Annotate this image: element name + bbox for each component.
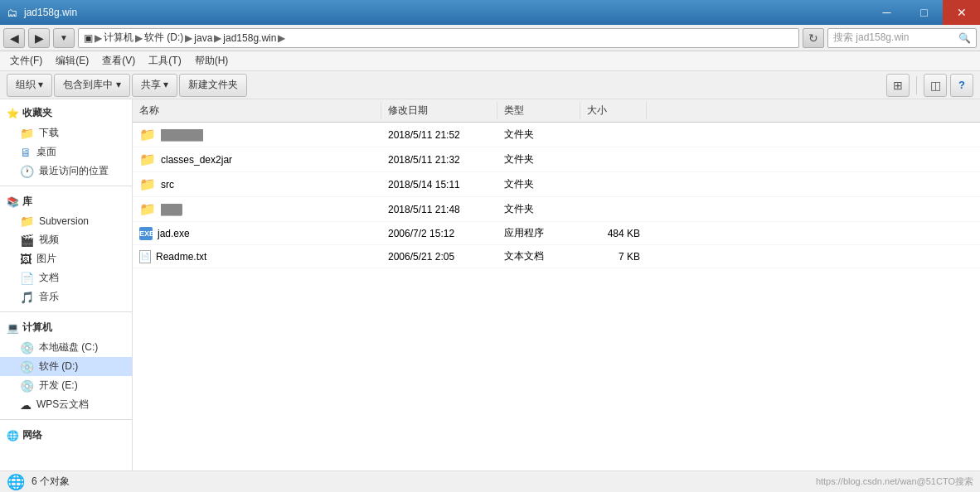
minimize-button[interactable]: ─ — [868, 0, 905, 25]
sidebar-item-download[interactable]: 📁 下载 — [0, 123, 132, 142]
library-section: 📚 库 📁 Subversion 🎬 视频 🖼 图片 📄 文档 🎵 音乐 — [0, 188, 132, 310]
share-button[interactable]: 共享 ▾ — [132, 74, 177, 97]
toolbar: 组织 ▾ 包含到库中 ▾ 共享 ▾ 新建文件夹 ⊞ ◫ ? — [0, 71, 980, 99]
sidebar-item-documents[interactable]: 📄 文档 — [0, 268, 132, 287]
menu-edit[interactable]: 编辑(E) — [49, 52, 95, 70]
sidebar-item-wps-cloud[interactable]: ☁ WPS云文档 — [0, 395, 132, 414]
col-header-type[interactable]: 类型 — [497, 102, 580, 119]
search-box[interactable]: 搜索 jad158g.win 🔍 — [827, 28, 977, 48]
file-type: 应用程序 — [497, 224, 580, 242]
table-row[interactable]: 📁 ███ 2018/5/11 21:48 文件夹 — [133, 197, 980, 222]
sidebar-item-c-drive-label: 本地磁盘 (C:) — [39, 340, 98, 355]
file-size — [580, 208, 647, 211]
file-size: 7 KB — [580, 249, 647, 264]
folder-icon: 📁 — [139, 127, 156, 142]
file-date: 2018/5/11 21:52 — [381, 128, 497, 142]
forward-button[interactable]: ▶ — [28, 28, 50, 48]
sidebar-item-d-drive[interactable]: 💿 软件 (D:) — [0, 357, 132, 376]
network-label: 网络 — [22, 428, 42, 442]
file-date: 2006/5/21 2:05 — [381, 249, 497, 264]
sidebar-item-subversion[interactable]: 📁 Subversion — [0, 212, 132, 230]
maximize-button[interactable]: □ — [905, 0, 943, 25]
file-size — [580, 133, 647, 137]
file-name: classes_dex2jar — [161, 154, 232, 166]
folder-icon: 📁 — [139, 201, 156, 217]
network-header[interactable]: 🌐 网络 — [0, 425, 132, 446]
cloud-icon: ☁ — [20, 398, 32, 412]
d-drive-icon: 💿 — [20, 360, 34, 374]
col-header-date[interactable]: 修改日期 — [381, 102, 497, 119]
pictures-icon: 🖼 — [20, 253, 32, 266]
favorites-header[interactable]: ⭐ 收藏夹 — [0, 103, 132, 123]
menu-file[interactable]: 文件(F) — [3, 52, 49, 70]
help-button[interactable]: ? — [950, 74, 973, 97]
table-row[interactable]: 📁 src 2018/5/14 15:11 文件夹 — [133, 172, 980, 197]
sidebar-item-pictures[interactable]: 🖼 图片 — [0, 249, 132, 268]
back-button[interactable]: ◀ — [3, 28, 25, 48]
library-header[interactable]: 📚 库 — [0, 191, 132, 212]
address-path[interactable]: ▣ ▶ 计算机 ▶ 软件 (D:) ▶ java ▶ jad158g.win ▶ — [78, 28, 799, 48]
computer-label: 计算机 — [22, 321, 52, 335]
network-section: 🌐 网络 — [0, 422, 132, 449]
table-row[interactable]: EXE jad.exe 2006/7/2 15:12 应用程序 484 KB — [133, 222, 980, 245]
organize-button[interactable]: 组织 ▾ — [7, 74, 52, 97]
breadcrumb-java[interactable]: java — [194, 32, 212, 44]
desktop-icon: 🖥 — [20, 146, 32, 159]
include-library-button[interactable]: 包含到库中 ▾ — [54, 74, 129, 97]
sidebar-item-desktop-label: 桌面 — [36, 145, 56, 159]
sidebar-item-c-drive[interactable]: 💿 本地磁盘 (C:) — [0, 338, 132, 357]
table-row[interactable]: 📁 ██████ 2018/5/11 21:52 文件夹 — [133, 123, 980, 147]
file-area: 名称 修改日期 类型 大小 📁 ██████ 2018/5/11 21:52 文… — [133, 99, 980, 470]
txt-icon: 📄 — [139, 250, 151, 263]
sidebar-item-video[interactable]: 🎬 视频 — [0, 230, 132, 249]
close-button[interactable]: ✕ — [943, 0, 980, 25]
file-name: jad.exe — [158, 228, 190, 239]
breadcrumb-current[interactable]: jad158g.win — [223, 32, 276, 44]
file-size — [580, 183, 647, 186]
search-icon[interactable]: 🔍 — [958, 32, 971, 44]
sidebar-item-wps-cloud-label: WPS云文档 — [36, 398, 89, 412]
file-name: Readme.txt — [156, 251, 206, 263]
watermark: https://blog.csdn.net/wan@51CTO搜索 — [816, 475, 973, 488]
file-name: ███ — [161, 204, 182, 215]
divider-1 — [0, 186, 132, 186]
dropdown-button[interactable]: ▼ — [53, 28, 75, 48]
table-row[interactable]: 📄 Readme.txt 2006/5/21 2:05 文本文档 7 KB — [133, 245, 980, 268]
file-size — [580, 158, 647, 162]
computer-header[interactable]: 💻 计算机 — [0, 317, 132, 338]
preview-pane-button[interactable]: ◫ — [924, 74, 947, 97]
address-bar: ◀ ▶ ▼ ▣ ▶ 计算机 ▶ 软件 (D:) ▶ java ▶ jad158g… — [0, 25, 980, 51]
menu-help[interactable]: 帮助(H) — [188, 52, 235, 70]
menu-view[interactable]: 查看(V) — [95, 52, 142, 70]
favorites-section: ⭐ 收藏夹 📁 下载 🖥 桌面 🕐 最近访问的位置 — [0, 99, 132, 184]
breadcrumb-drive[interactable]: 软件 (D:) — [144, 31, 183, 45]
sidebar: ⭐ 收藏夹 📁 下载 🖥 桌面 🕐 最近访问的位置 📚 库 — [0, 99, 133, 470]
status-count: 6 个对象 — [32, 475, 70, 489]
search-placeholder: 搜索 jad158g.win — [833, 31, 958, 45]
breadcrumb-computer[interactable]: 计算机 — [104, 31, 133, 45]
file-name: src — [161, 179, 174, 191]
menu-tools[interactable]: 工具(T) — [142, 52, 187, 70]
network-status-icon: 🌐 — [7, 473, 25, 491]
main-layout: ⭐ 收藏夹 📁 下载 🖥 桌面 🕐 最近访问的位置 📚 库 — [0, 99, 980, 470]
sidebar-item-recent[interactable]: 🕐 最近访问的位置 — [0, 162, 132, 181]
view-toggle-button[interactable]: ⊞ — [886, 74, 910, 97]
video-icon: 🎬 — [20, 234, 34, 247]
file-date: 2018/5/11 21:32 — [381, 152, 497, 167]
divider-3 — [0, 419, 132, 420]
sidebar-item-music[interactable]: 🎵 音乐 — [0, 287, 132, 306]
file-list-header: 名称 修改日期 类型 大小 — [133, 99, 980, 123]
sidebar-item-documents-label: 文档 — [39, 271, 59, 285]
sidebar-item-recent-label: 最近访问的位置 — [39, 164, 109, 178]
col-header-name[interactable]: 名称 — [133, 102, 381, 119]
col-header-size[interactable]: 大小 — [580, 102, 647, 119]
e-drive-icon: 💿 — [20, 379, 34, 393]
documents-icon: 📄 — [20, 272, 34, 285]
sidebar-item-desktop[interactable]: 🖥 桌面 — [0, 142, 132, 162]
refresh-button[interactable]: ↻ — [803, 28, 824, 48]
table-row[interactable]: 📁 classes_dex2jar 2018/5/11 21:32 文件夹 — [133, 147, 980, 172]
new-folder-button[interactable]: 新建文件夹 — [179, 74, 247, 97]
sidebar-item-e-drive[interactable]: 💿 开发 (E:) — [0, 376, 132, 395]
file-type: 文件夹 — [497, 126, 580, 143]
title-bar-text: jad158g.win — [24, 7, 77, 18]
